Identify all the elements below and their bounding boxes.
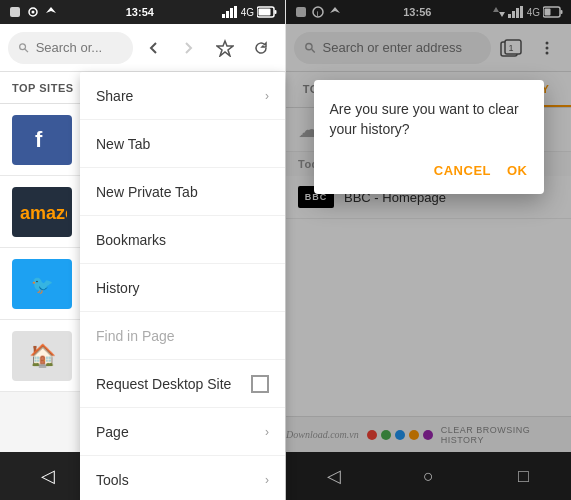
top-sites-label: TOP SITES: [12, 82, 74, 94]
share-chevron: ›: [265, 89, 269, 103]
search-input-left[interactable]: [36, 40, 123, 55]
home-icon: 🏠: [29, 343, 56, 369]
tools-chevron: ›: [265, 473, 269, 487]
menu-item-page-label: Page: [96, 424, 129, 440]
star-btn-left[interactable]: [209, 32, 241, 64]
dialog-ok-btn[interactable]: OK: [507, 159, 528, 182]
back-btn-left[interactable]: [137, 32, 169, 64]
forward-icon: [180, 39, 198, 57]
menu-item-new-private-tab[interactable]: New Private Tab: [80, 168, 285, 216]
svg-rect-4: [222, 14, 225, 18]
svg-rect-6: [230, 8, 233, 18]
svg-text:f: f: [35, 127, 43, 152]
location-icon: [44, 5, 58, 19]
menu-item-request-desktop-label: Request Desktop Site: [96, 376, 231, 392]
refresh-icon: [252, 39, 270, 57]
page-chevron: ›: [265, 425, 269, 439]
left-panel: 13:54 4G: [0, 0, 285, 500]
dialog-cancel-btn[interactable]: CANCEL: [434, 159, 491, 182]
status-bar-left: 13:54 4G: [0, 0, 285, 24]
menu-item-tools-label: Tools: [96, 472, 129, 488]
time-left: 13:54: [126, 6, 154, 18]
facebook-thumb: f: [12, 115, 72, 165]
svg-marker-3: [46, 7, 56, 13]
search-bar-left[interactable]: [8, 32, 133, 64]
svg-rect-10: [258, 9, 270, 16]
dropdown-menu: Share › New Tab New Private Tab Bookmark…: [80, 72, 285, 500]
amazon-logo: amazon: [17, 197, 67, 227]
star-icon: [216, 39, 234, 57]
menu-item-history[interactable]: History: [80, 264, 285, 312]
menu-item-request-desktop[interactable]: Request Desktop Site: [80, 360, 285, 408]
right-panel: i 13:56 4G: [285, 0, 571, 500]
signal-icon-left: [222, 6, 238, 18]
forward-btn-left[interactable]: [173, 32, 205, 64]
refresh-btn-left[interactable]: [245, 32, 277, 64]
phone-icon: [8, 5, 22, 19]
menu-item-page[interactable]: Page ›: [80, 408, 285, 456]
menu-item-new-tab-label: New Tab: [96, 136, 150, 152]
menu-item-bookmarks-label: Bookmarks: [96, 232, 166, 248]
wifi-icon-left: [26, 5, 40, 19]
dialog-message: Are you sure you want to clear your hist…: [330, 100, 528, 139]
menu-item-history-label: History: [96, 280, 140, 296]
network-type-left: 4G: [241, 7, 254, 18]
svg-point-2: [32, 11, 35, 14]
status-icons-left: [8, 5, 58, 19]
menu-item-share[interactable]: Share ›: [80, 72, 285, 120]
svg-rect-7: [234, 6, 237, 18]
dialog-buttons: CANCEL OK: [330, 159, 528, 182]
clear-history-dialog-overlay: Are you sure you want to clear your hist…: [286, 0, 571, 500]
amazon-thumb: amazon: [12, 187, 72, 237]
menu-item-find-in-page-label: Find in Page: [96, 328, 175, 344]
svg-text:amazon: amazon: [20, 203, 67, 223]
svg-marker-13: [217, 41, 233, 56]
twitter-thumb: 🐦: [12, 259, 72, 309]
svg-point-11: [20, 43, 26, 49]
svg-rect-0: [10, 7, 20, 17]
menu-item-tools[interactable]: Tools ›: [80, 456, 285, 500]
facebook-logo: f: [27, 125, 57, 155]
menu-item-bookmarks[interactable]: Bookmarks: [80, 216, 285, 264]
svg-rect-5: [226, 11, 229, 18]
browser-toolbar-left: [0, 24, 285, 72]
svg-text:🐦: 🐦: [31, 274, 54, 296]
menu-item-new-private-tab-label: New Private Tab: [96, 184, 198, 200]
battery-icon-left: [257, 6, 277, 18]
twitter-logo: 🐦: [27, 269, 57, 299]
menu-item-find-in-page: Find in Page: [80, 312, 285, 360]
search-icon-left: [18, 41, 30, 55]
clear-history-dialog: Are you sure you want to clear your hist…: [314, 80, 544, 194]
back-icon: [144, 39, 162, 57]
welcome-thumb: 🏠: [12, 331, 72, 381]
status-icons-right-left: 4G: [222, 6, 277, 18]
desktop-site-checkbox[interactable]: [251, 375, 269, 393]
menu-item-new-tab[interactable]: New Tab: [80, 120, 285, 168]
menu-item-share-label: Share: [96, 88, 133, 104]
svg-rect-9: [274, 10, 276, 14]
back-nav-btn-left[interactable]: ◁: [28, 456, 68, 496]
svg-line-12: [25, 49, 28, 52]
